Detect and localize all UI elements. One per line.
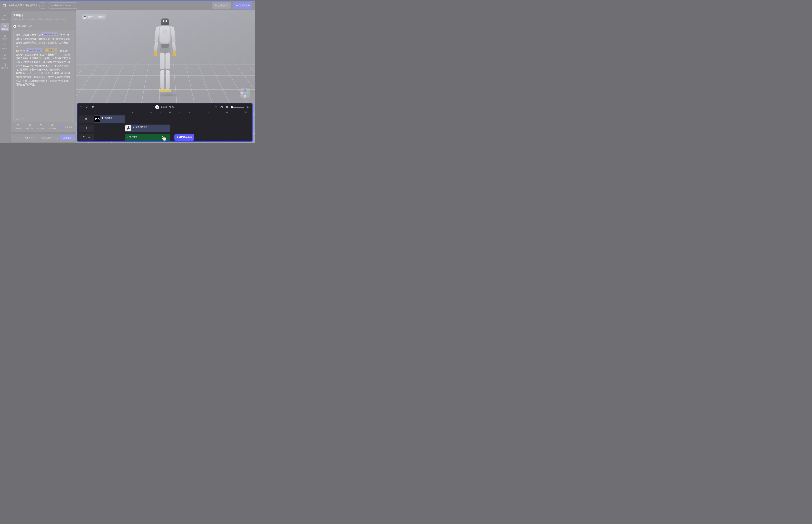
editor-action-music[interactable]: 插入动作 bbox=[26, 124, 33, 130]
clip-label-text: 害羞微笑 bbox=[104, 117, 112, 119]
ruler-tick: | bbox=[195, 111, 201, 113]
audio-file-row: 默认名称1.mp3 bbox=[13, 25, 74, 28]
clip-label-text: 超帅走路姿势 bbox=[135, 126, 147, 128]
sidebar-item-person[interactable]: 动作库 bbox=[0, 43, 9, 51]
range-quote-mark: 「 bbox=[58, 50, 60, 52]
axis-gizmo[interactable]: Z Y X bbox=[240, 88, 250, 98]
robot-shadow bbox=[155, 93, 179, 97]
app-logo-icon bbox=[2, 3, 7, 8]
axis-z-handle[interactable]: Z bbox=[244, 89, 246, 92]
robot-torso bbox=[160, 26, 170, 44]
editor-action-face[interactable]: 插入表情 bbox=[37, 124, 45, 130]
char-counter: 52 / 1,000 bbox=[16, 118, 24, 120]
robot-thigh-right bbox=[165, 52, 170, 70]
editor-action-label: 插入表情 bbox=[37, 127, 45, 130]
model-name-separator: ｜ bbox=[95, 16, 98, 18]
remove-tag-icon[interactable]: × bbox=[56, 48, 57, 52]
person-icon bbox=[85, 127, 88, 130]
robot-forearm-right bbox=[172, 42, 176, 52]
panel-subtitle: 通过音频处理，生成音频素材以及融合动作和表情的音频编排素材 bbox=[13, 18, 74, 21]
tutorial-drag-hint-button[interactable]: 鼠标长按并拖拽 bbox=[175, 134, 194, 141]
action-tag[interactable]: 弯腰(5s) × bbox=[45, 48, 58, 52]
robot-hand-left bbox=[154, 51, 157, 55]
top-bar: A1机器人动作-我的项目1 保存时间 26/01/03 12:01 合成并保存 bbox=[0, 0, 255, 11]
rename-button[interactable] bbox=[39, 2, 46, 9]
tag-label: 哈哈大笑(10s) bbox=[29, 48, 40, 52]
tag-label: 弯腰(5s) bbox=[49, 48, 55, 52]
zoom-slider-knob[interactable] bbox=[231, 106, 233, 108]
ruler-label: 10f bbox=[185, 111, 192, 113]
generate-now-button[interactable]: 立即生成 bbox=[60, 135, 75, 141]
zoom-in-icon[interactable] bbox=[247, 106, 250, 109]
robot-model[interactable] bbox=[152, 18, 181, 103]
timeline-clip[interactable]: 害羞微笑 bbox=[94, 115, 125, 123]
sidebar-item-face[interactable]: 表情库 bbox=[0, 33, 9, 41]
sidebar-item-clapper[interactable]: 动作模仿 bbox=[0, 13, 9, 21]
timeline-play-button[interactable] bbox=[155, 105, 159, 109]
axis-negative-x-handle[interactable] bbox=[241, 92, 243, 94]
expression-track-header[interactable] bbox=[79, 115, 94, 123]
script-text: 用于物流和仓储的自主移动机器人 (AMR)，以及为医疗和酒店业量身定制的服务机器… bbox=[16, 53, 71, 86]
action-tag-icon bbox=[46, 49, 48, 51]
audio-arrangement-panel: 音频编排 通过音频处理，生成音频素材以及融合动作和表情的音频编排素材 默认名称1… bbox=[11, 11, 76, 132]
robot-forearm-left bbox=[154, 42, 158, 52]
delete-clip-icon[interactable] bbox=[92, 106, 95, 109]
timeline-panel: 00:00 / 00:30 0f|2f|4f|6f|8f|10f|12f bbox=[77, 103, 253, 142]
generate-footer: 剩余灵石 300 | 本次消耗灵石 0 立即生成 bbox=[11, 134, 76, 142]
ruler-tick: | bbox=[157, 111, 164, 113]
axis-x-handle[interactable]: X bbox=[247, 92, 249, 94]
delete-audio-icon[interactable] bbox=[71, 25, 74, 28]
action-thumbnail bbox=[125, 125, 131, 131]
remove-tag-icon[interactable]: × bbox=[56, 32, 57, 36]
cost-label: 本次消耗灵石 bbox=[40, 136, 52, 139]
sidebar-item-label: 动作模仿 bbox=[1, 18, 9, 21]
robot-download-icon bbox=[236, 4, 238, 7]
cloud-check-icon bbox=[50, 4, 53, 7]
play-audio-button[interactable] bbox=[13, 25, 16, 28]
sidebar-item-label: 表情库 bbox=[2, 38, 7, 40]
redo-icon[interactable] bbox=[86, 106, 89, 109]
fit-timeline-icon[interactable] bbox=[220, 106, 223, 109]
deploy-device-button[interactable]: 下发到设备 bbox=[233, 2, 253, 9]
remove-tag-icon[interactable]: × bbox=[40, 48, 42, 52]
zoom-out-icon[interactable] bbox=[226, 106, 228, 109]
expression-tag[interactable]: 哈哈大笑(10s) × bbox=[41, 32, 58, 36]
editor-action-clear[interactable]: 清空编排 bbox=[49, 124, 56, 130]
timeline-zoom-slider[interactable] bbox=[231, 107, 244, 108]
rhythm-checkbox[interactable]: ✓ bbox=[61, 126, 64, 129]
axis-negative-z-handle[interactable] bbox=[244, 95, 246, 97]
timeline-clip[interactable]: 超帅走路姿势 bbox=[125, 125, 170, 132]
action-track-header[interactable] bbox=[79, 125, 94, 132]
clip-label: 超帅走路姿势 bbox=[131, 125, 147, 131]
script-text: 这是一家全球领先的公司 bbox=[16, 34, 41, 36]
ruler-label: 6f bbox=[148, 111, 155, 113]
ruler-tick: | bbox=[139, 111, 145, 113]
cost-value: 0 bbox=[57, 137, 58, 139]
expression-tag[interactable]: 哈哈大笑(10s) × bbox=[26, 48, 43, 52]
ruler-label: 2f bbox=[110, 111, 117, 113]
speaker-icon bbox=[87, 136, 90, 139]
rhythm-motion-toggle[interactable]: ✓ 韵律动作 bbox=[61, 126, 72, 130]
merge-save-label: 合成并保存 bbox=[218, 4, 229, 7]
model-chip[interactable]: 灵犀X2｜青春版 bbox=[82, 14, 106, 19]
sidebar-item-tasks[interactable]: 我的任务 bbox=[0, 62, 9, 70]
script-editor[interactable]: 这是一家全球领先的公司 哈哈大笑(10s) × 「专注于先进机器人系统的设计、制… bbox=[13, 30, 74, 122]
smile-circle-icon bbox=[101, 117, 103, 119]
axis-y-handle[interactable]: Y bbox=[244, 92, 246, 94]
footer-divider: | bbox=[38, 137, 38, 139]
sparkle-icon bbox=[3, 24, 6, 28]
timeline-ruler[interactable]: 0f|2f|4f|6f|8f|10f|12f|14f|16f bbox=[78, 111, 253, 115]
editor-action-ai[interactable]: 一键编排 bbox=[15, 124, 22, 130]
audio-file-name: 默认名称1.mp3 bbox=[18, 25, 70, 28]
sidebar-item-sparkle[interactable]: 音频编排 bbox=[0, 23, 9, 31]
audio-track-header[interactable] bbox=[79, 134, 94, 141]
undo-icon[interactable] bbox=[80, 106, 83, 109]
expression-tag-icon bbox=[26, 49, 29, 51]
editor-action-label: 清空编排 bbox=[49, 127, 56, 130]
sidebar-item-music[interactable]: 音频库 bbox=[0, 52, 9, 61]
clapper-icon bbox=[3, 14, 6, 18]
face-icon bbox=[85, 118, 88, 120]
auto-snap-icon[interactable] bbox=[215, 106, 217, 109]
ruler-label: 12f bbox=[205, 111, 211, 113]
merge-save-button[interactable]: 合成并保存 bbox=[212, 2, 231, 9]
